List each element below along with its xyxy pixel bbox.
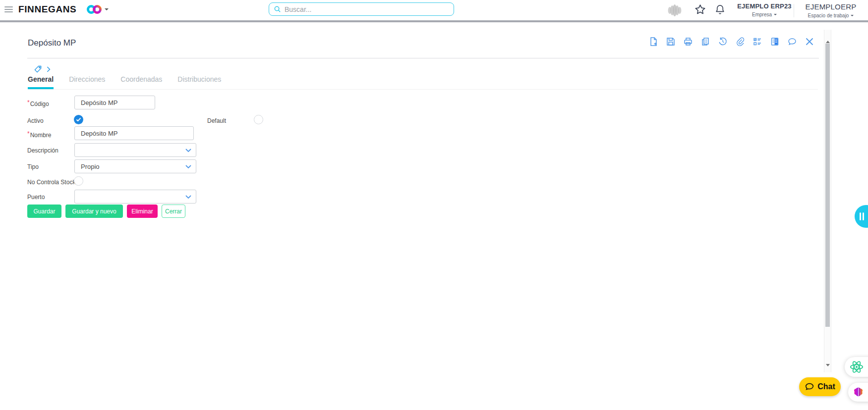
no-controla-stock-label: No Controla Stock <box>27 179 75 186</box>
scrollbar-thumb[interactable] <box>825 44 830 327</box>
eliminar-button[interactable]: Eliminar <box>127 205 158 218</box>
nombre-label: *Nombre <box>27 130 51 139</box>
chevron-down-icon <box>185 165 191 169</box>
company-name: EJEMPLO ERP23 <box>735 2 794 10</box>
header-divider <box>27 58 819 58</box>
chevron-down-icon <box>185 195 191 199</box>
switcher-divider <box>794 4 794 17</box>
chevron-down-icon <box>774 14 777 17</box>
side-panel-handle[interactable] <box>855 205 868 228</box>
activo-label-text: Activo <box>27 117 44 124</box>
chat-button-label: Chat <box>817 382 835 391</box>
attachment-icon[interactable] <box>735 37 745 47</box>
default-label: Default <box>207 117 226 124</box>
codigo-label: *Código <box>27 99 49 107</box>
checklist-icon[interactable] <box>752 37 762 47</box>
tag-icon[interactable] <box>34 65 42 73</box>
search-icon <box>274 5 281 13</box>
breadcrumb <box>34 65 51 73</box>
puerto-label-text: Puerto <box>27 194 45 201</box>
required-marker: * <box>27 130 30 137</box>
check-icon <box>76 117 81 122</box>
new-document-icon[interactable] <box>648 37 658 47</box>
guardar-y-nuevo-button[interactable]: Guardar y nuevo <box>65 205 123 218</box>
no-controla-stock-label-text: No Controla Stock <box>27 179 75 186</box>
app-screen: FINNEGANS <box>0 0 868 410</box>
tab-bar: General Direcciones Coordenadas Distribu… <box>28 75 818 90</box>
hamburger-menu-icon[interactable] <box>4 6 13 14</box>
copy-icon[interactable] <box>700 37 710 47</box>
default-checkbox[interactable] <box>254 115 263 124</box>
tipo-label: Tipo <box>27 163 39 170</box>
workspace-switcher[interactable]: EJEMPLOERP Espacio de trabajo <box>796 2 866 18</box>
cerrar-button[interactable]: Cerrar <box>162 205 185 218</box>
chat-bubble-icon <box>805 382 814 392</box>
chat-button[interactable]: Chat <box>799 377 841 396</box>
comments-icon[interactable] <box>787 37 797 47</box>
print-icon[interactable] <box>683 37 693 47</box>
tipo-label-text: Tipo <box>27 163 39 170</box>
notifications-bell-icon[interactable] <box>714 3 726 16</box>
workspace-caption: Espacio de trabajo <box>808 13 849 18</box>
atom-icon <box>849 359 864 374</box>
tab-direcciones[interactable]: Direcciones <box>69 75 105 89</box>
puerto-label: Puerto <box>27 194 45 201</box>
report-icon[interactable] <box>770 37 780 47</box>
brand-dropdown-caret-icon[interactable] <box>105 8 109 12</box>
activo-checkbox[interactable] <box>74 115 83 124</box>
codigo-label-text: Código <box>30 101 49 107</box>
save-icon[interactable] <box>666 37 676 47</box>
brain-icon <box>853 387 864 398</box>
descripcion-label: Descripción <box>27 147 58 154</box>
organization-logo-icon[interactable] <box>666 3 683 18</box>
favorites-star-icon[interactable] <box>694 3 706 16</box>
company-caption: Empresa <box>752 12 772 17</box>
tab-general[interactable]: General <box>28 75 54 89</box>
company-switcher[interactable]: EJEMPLO ERP23 Empresa <box>735 2 794 17</box>
tipo-select[interactable]: Propio <box>74 159 196 173</box>
assistant-brain-button[interactable] <box>848 383 868 402</box>
record-toolbar <box>648 37 814 47</box>
default-label-text: Default <box>207 117 226 124</box>
infinity-logo-icon <box>86 4 103 14</box>
descripcion-select[interactable] <box>74 143 196 157</box>
brand-wordmark: FINNEGANS <box>18 4 76 15</box>
history-icon[interactable] <box>718 37 728 47</box>
vertical-scrollbar[interactable] <box>824 30 831 372</box>
search-input[interactable] <box>285 5 449 13</box>
page-title: Depósito MP <box>28 38 76 48</box>
close-icon[interactable] <box>805 37 814 47</box>
required-marker: * <box>27 99 30 106</box>
nombre-input[interactable] <box>74 126 194 140</box>
assistant-atom-button[interactable] <box>845 357 868 377</box>
breadcrumb-chevron-icon[interactable] <box>47 66 51 73</box>
chevron-down-icon <box>851 15 854 18</box>
scroll-up-arrow-icon[interactable] <box>826 39 830 43</box>
workspace-name: EJEMPLOERP <box>796 2 866 11</box>
nombre-label-text: Nombre <box>30 132 52 139</box>
puerto-select[interactable] <box>74 190 196 204</box>
scroll-down-arrow-icon[interactable] <box>826 364 830 368</box>
descripcion-label-text: Descripción <box>27 147 58 154</box>
guardar-button[interactable]: Guardar <box>27 205 61 218</box>
tab-coordenadas[interactable]: Coordenadas <box>120 75 162 89</box>
tipo-value: Propio <box>81 163 100 170</box>
chevron-down-icon <box>185 149 191 153</box>
no-controla-stock-checkbox[interactable] <box>74 176 83 186</box>
tab-distribuciones[interactable]: Distribuciones <box>177 75 221 89</box>
activo-label: Activo <box>27 117 44 124</box>
topbar: FINNEGANS <box>0 0 868 22</box>
global-search[interactable] <box>269 2 454 16</box>
codigo-input[interactable] <box>74 96 155 109</box>
